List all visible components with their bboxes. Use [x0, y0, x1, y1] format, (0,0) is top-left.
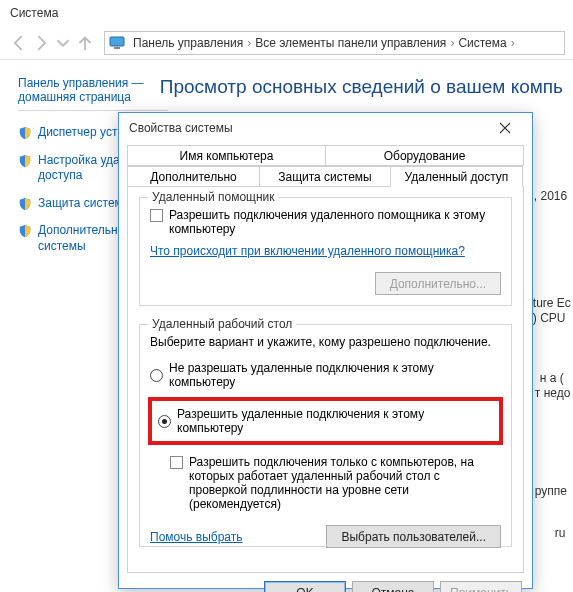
group-title: Удаленный рабочий стол: [148, 317, 296, 331]
nav-forward-icon[interactable]: [30, 32, 52, 54]
explorer-toolbar: Панель управления › Все элементы панели …: [0, 26, 573, 60]
tab-hardware[interactable]: Оборудование: [325, 145, 524, 166]
sidebar-heading[interactable]: Панель управления — домашняя страница: [18, 76, 150, 104]
text-fragment: руппе: [535, 484, 567, 498]
breadcrumb-sep-icon: ›: [450, 36, 454, 50]
rdp-description: Выберите вариант и укажите, кому разреше…: [150, 335, 501, 349]
text-fragment: т недо: [535, 386, 571, 400]
sidebar-item-label: Диспетчер устр: [38, 125, 124, 141]
radio-icon: [158, 415, 171, 428]
radio-allow-remote[interactable]: Разрешить удаленные подключения к этому …: [158, 407, 493, 435]
button-select-users[interactable]: Выбрать пользователей...: [326, 525, 501, 548]
radio-label: Разрешить удаленные подключения к этому …: [177, 407, 493, 435]
checkbox-allow-assistance[interactable]: Разрешить подключения удаленного помощни…: [150, 208, 501, 236]
ok-button[interactable]: OK: [264, 581, 346, 592]
highlight-box: Разрешить удаленные подключения к этому …: [148, 397, 503, 445]
checkbox-nla-only[interactable]: Разрешить подключения только с компьютер…: [170, 455, 501, 511]
shield-icon: [18, 197, 32, 211]
text-fragment: ), 2016: [530, 189, 567, 203]
checkbox-label: Разрешить подключения только с компьютер…: [189, 455, 501, 511]
tabs-row-1: Имя компьютера Оборудование: [127, 145, 524, 166]
nav-history-icon[interactable]: [52, 32, 74, 54]
dialog-title: Свойства системы: [129, 121, 233, 135]
radio-deny-remote[interactable]: Не разрешать удаленные подключения к это…: [150, 361, 501, 389]
sidebar-item-label: Дополнительнь системы: [38, 223, 124, 254]
tab-computer-name[interactable]: Имя компьютера: [127, 145, 326, 166]
group-remote-desktop: Удаленный рабочий стол Выберите вариант …: [139, 324, 512, 547]
svg-rect-1: [114, 47, 120, 49]
nav-back-icon[interactable]: [8, 32, 30, 54]
radio-icon: [150, 369, 163, 382]
explorer-window-title: Система: [0, 0, 573, 26]
close-button[interactable]: [484, 114, 526, 142]
breadcrumb-seg-2[interactable]: Все элементы панели управления: [255, 36, 446, 50]
tab-content-remote: Удаленный помощник Разрешить подключения…: [127, 186, 524, 573]
text-fragment: н а (: [540, 371, 564, 385]
dialog-button-row: OK Отмена Применить: [119, 573, 532, 592]
button-assistance-advanced[interactable]: Дополнительно...: [375, 272, 501, 295]
text-fragment: ) CPU: [533, 311, 566, 325]
cancel-button[interactable]: Отмена: [352, 581, 434, 592]
address-bar[interactable]: Панель управления › Все элементы панели …: [104, 31, 565, 55]
text-fragment: ture Ec: [533, 296, 571, 310]
svg-rect-0: [110, 37, 124, 46]
link-help-choose[interactable]: Помочь выбрать: [150, 530, 243, 544]
divider: [18, 110, 168, 111]
apply-button[interactable]: Применить: [440, 581, 522, 592]
shield-icon: [18, 154, 32, 168]
group-title: Удаленный помощник: [148, 190, 279, 204]
shield-icon: [18, 224, 32, 238]
sidebar-item-label: Настройка удал доступа: [38, 153, 127, 184]
breadcrumb-seg-3[interactable]: Система: [458, 36, 506, 50]
group-remote-assistance: Удаленный помощник Разрешить подключения…: [139, 197, 512, 306]
system-properties-dialog: Свойства системы Имя компьютера Оборудов…: [118, 112, 533, 589]
breadcrumb-sep-icon: ›: [511, 36, 515, 50]
system-monitor-icon: [109, 36, 127, 50]
close-icon: [499, 122, 511, 134]
dialog-titlebar[interactable]: Свойства системы: [119, 113, 532, 143]
text-fragment: ru: [555, 526, 566, 540]
page-title: Просмотр основных сведений о вашем компь: [160, 76, 563, 98]
breadcrumb-sep-icon: ›: [247, 36, 251, 50]
shield-icon: [18, 126, 32, 140]
tab-protection[interactable]: Защита системы: [259, 166, 391, 187]
tab-remote[interactable]: Удаленный доступ: [390, 166, 523, 187]
checkbox-icon: [150, 209, 163, 222]
checkbox-icon: [170, 456, 183, 469]
tabs-row-2: Дополнительно Защита системы Удаленный д…: [127, 166, 524, 187]
nav-up-icon[interactable]: [74, 32, 96, 54]
sidebar-item-label: Защита систем: [38, 196, 123, 212]
radio-label: Не разрешать удаленные подключения к это…: [169, 361, 501, 389]
breadcrumb-seg-1[interactable]: Панель управления: [133, 36, 243, 50]
tab-advanced[interactable]: Дополнительно: [127, 166, 260, 187]
checkbox-label: Разрешить подключения удаленного помощни…: [169, 208, 501, 236]
link-assistance-help[interactable]: Что происходит при включении удаленного …: [150, 244, 465, 258]
